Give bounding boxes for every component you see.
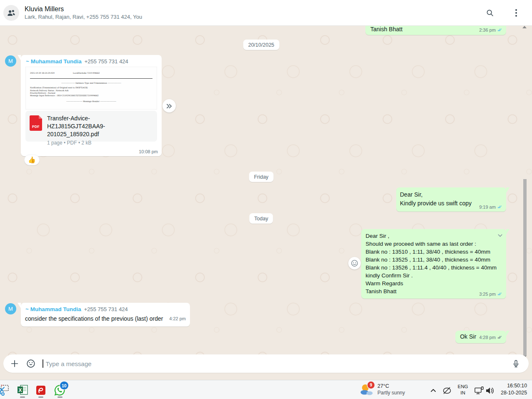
forward-button[interactable]	[162, 99, 176, 112]
message-text: Tanish Bhatt	[370, 26, 402, 32]
message-swift-outgoing[interactable]: Dear Sir, Kindly provide us swift copy 9…	[396, 187, 506, 212]
weather-temperature: 27°C	[377, 383, 405, 389]
svg-text:X: X	[18, 387, 22, 393]
message-dropdown-button[interactable]	[497, 232, 504, 239]
read-receipt-icon: ✓✓	[497, 204, 502, 209]
message-time: 9:19 am	[479, 204, 496, 209]
pdf-preview-line: Message Input Reference : 1859 251020COH…	[30, 95, 152, 97]
search-button[interactable]	[484, 7, 496, 19]
chevron-up-icon	[430, 388, 437, 393]
pdf-file-icon-label: PDF	[30, 125, 42, 129]
speaker-icon	[485, 387, 495, 395]
taskbar-acrobat-button[interactable]	[36, 385, 46, 397]
message-text: consider the specifications of the previ…	[25, 314, 163, 323]
pdf-preview-section: --------------------- Instance Type and …	[30, 82, 152, 85]
react-emoji-button[interactable]	[348, 257, 361, 269]
forward-icon	[165, 102, 173, 110]
bubble-tail	[506, 187, 510, 193]
tray-hidden-status-button[interactable]	[441, 385, 453, 396]
chat-title: Kluvia Millers	[25, 5, 142, 13]
message-composer	[3, 354, 529, 373]
whatsapp-window: Kluvia Millers Lark, Rahul, Rajan, Ravi,…	[0, 0, 532, 399]
chat-participants: Lark, Rahul, Rajan, Ravi, +255 755 731 4…	[25, 14, 142, 20]
message-input[interactable]	[46, 360, 505, 367]
pdf-preview-section: ------------------------- Message Header…	[30, 100, 152, 103]
pdf-preview-image[interactable]: 2025-10-20 18:59:20:020 LocalOutAcks-721…	[25, 67, 157, 110]
weather-text: 27°C Partly sunny	[377, 382, 405, 396]
clock-time: 16:50:10	[501, 382, 527, 389]
tray-network-button[interactable]	[473, 386, 485, 396]
snipping-tool-icon	[0, 384, 10, 397]
scrollbar-thumb[interactable]	[523, 179, 527, 356]
message-text-row: consider the specifications of the previ…	[25, 314, 186, 323]
message-time: 10:08 pm	[139, 149, 158, 154]
group-people-icon	[6, 8, 16, 18]
taskbar-excel-button[interactable]: X	[17, 385, 28, 397]
pdf-attachment-card[interactable]: PDF Transfer-Advice-HZ1J815GJT42BAA9-201…	[25, 111, 157, 142]
pdf-preview-timestamp: 2025-10-20 18:59:20:020	[30, 72, 73, 75]
emoji-picker-button[interactable]	[26, 359, 36, 369]
message-ok-outgoing[interactable]: Ok Sir 4:28 pm ✓✓	[455, 331, 506, 343]
chat-area: Tanish Bhatt 2:36 pm ✓✓ 20/10/2025 M ~ M…	[0, 26, 532, 380]
chat-header-info[interactable]: Kluvia Millers Lark, Rahul, Rajan, Ravi,…	[3, 5, 142, 21]
voice-message-button[interactable]	[512, 359, 520, 369]
taskbar-snipping-tool-button[interactable]	[0, 384, 10, 398]
microphone-icon	[512, 359, 520, 369]
pdf-file-name: Transfer-Advice-HZ1J815GJT42BAA9-201025_…	[47, 115, 147, 138]
message-meta: 3:25 pm ✓✓	[479, 292, 502, 297]
read-receipt-icon: ✓✓	[497, 292, 502, 297]
scrollbar-up-arrow[interactable]	[522, 26, 527, 28]
message-meta: 4:28 pm ✓✓	[479, 335, 502, 340]
excel-icon: X	[17, 385, 28, 395]
taskbar-running-indicator	[57, 397, 62, 398]
group-avatar[interactable]	[3, 5, 19, 21]
message-order-outgoing[interactable]: Dear Sir , Should we proceed with same a…	[361, 229, 506, 299]
taskbar: X 10	[0, 380, 532, 399]
pdf-preview-reference: LocalOutAcks-7210-004662	[73, 72, 100, 75]
kebab-menu-icon	[512, 8, 520, 17]
message-meta: 9:19 am ✓✓	[479, 204, 502, 209]
tray-volume-button[interactable]	[484, 386, 496, 396]
sender-avatar[interactable]: M	[5, 303, 16, 314]
taskbar-weather-widget[interactable]: 9 27°C Partly sunny	[360, 382, 405, 397]
sender-avatar[interactable]: M	[5, 55, 16, 67]
pdf-file-icon: PDF	[30, 115, 42, 131]
bubble-tail	[17, 303, 21, 308]
weather-condition: Partly sunny	[377, 390, 405, 396]
pdf-file-info: Transfer-Advice-HZ1J815GJT42BAA9-201025_…	[47, 115, 147, 146]
sender-phone: +255 755 731 424	[85, 58, 128, 65]
pdf-preview-body: Notification (Transmission) of Original …	[30, 87, 152, 97]
delivered-receipt-icon: ✓✓	[497, 335, 502, 340]
message-partial-outgoing[interactable]: Tanish Bhatt 2:36 pm ✓✓	[365, 26, 506, 35]
chevron-down-icon	[497, 232, 504, 239]
pdf-preview-divider	[30, 78, 152, 79]
eye-slash-icon	[442, 386, 452, 395]
language-line2: IN	[460, 390, 465, 396]
message-time: 3:25 pm	[479, 292, 496, 297]
tray-show-hidden-icons-button[interactable]	[429, 387, 437, 394]
taskbar-running-indicator	[20, 397, 25, 398]
chat-header-text: Kluvia Millers Lark, Rahul, Rajan, Ravi,…	[25, 5, 142, 20]
whatsapp-unread-badge: 10	[60, 382, 68, 389]
chat-header-actions	[484, 7, 522, 19]
message-reaction[interactable]: 👍	[24, 155, 40, 165]
menu-button[interactable]	[510, 7, 522, 19]
message-file-incoming[interactable]: ~ Muhammad Tundia +255 755 731 424 2025-…	[21, 55, 162, 156]
message-consider-incoming[interactable]: ~ Muhammad Tundia +255 755 731 424 consi…	[21, 303, 190, 327]
sender-name[interactable]: ~ Muhammad Tundia	[25, 306, 81, 312]
thumbs-up-emoji: 👍	[28, 156, 36, 164]
tray-clock[interactable]: 16:50:10 28-10-2025	[501, 382, 527, 397]
tray-language-indicator[interactable]: ENG IN	[456, 383, 470, 397]
sender-row: ~ Muhammad Tundia +255 755 731 424	[26, 58, 157, 65]
search-icon	[485, 8, 495, 17]
date-chip: Today	[249, 213, 273, 224]
read-receipt-icon: ✓✓	[497, 27, 502, 32]
chat-header: Kluvia Millers Lark, Rahul, Rajan, Ravi,…	[0, 0, 532, 26]
sender-phone: +255 755 731 424	[84, 306, 128, 312]
attach-button[interactable]	[10, 359, 19, 368]
emoji-sticker-icon	[26, 359, 36, 369]
acrobat-reader-icon	[36, 385, 46, 395]
sender-name[interactable]: ~ Muhammad Tundia	[26, 58, 82, 65]
message-text: Dear Sir , Should we proceed with same a…	[365, 232, 502, 295]
weather-alert-badge: 9	[367, 382, 375, 389]
